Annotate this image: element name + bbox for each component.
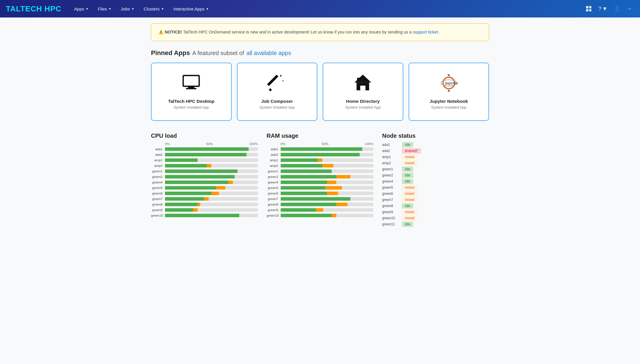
bar-row: green6 xyxy=(267,191,374,196)
bar-row: green6 xyxy=(151,191,258,196)
logout-button[interactable]: → xyxy=(624,4,634,14)
bar-label: amp1 xyxy=(151,158,165,162)
nav-item-files[interactable]: Files ▼ xyxy=(94,4,116,14)
grid-view-button[interactable] xyxy=(583,4,594,14)
bar-label: green5 xyxy=(267,186,281,190)
bar-green xyxy=(165,158,198,162)
bar-green xyxy=(165,164,207,167)
node-name-label: green8 xyxy=(382,204,399,208)
bar-track xyxy=(165,181,258,184)
bar-label: green2 xyxy=(267,175,281,179)
bar-row: green10 xyxy=(151,213,258,218)
bar-orange xyxy=(228,181,233,184)
bar-orange xyxy=(325,186,342,190)
help-icon: ? xyxy=(598,6,601,12)
bar-row: ada2 xyxy=(151,152,258,157)
user-button[interactable]: 👤 xyxy=(611,4,623,14)
bar-track xyxy=(281,214,374,217)
node-status-row: green8idle xyxy=(382,203,489,208)
bar-green xyxy=(281,181,327,184)
svg-rect-2 xyxy=(188,87,194,88)
svg-text:✦: ✦ xyxy=(279,74,282,78)
bar-track xyxy=(165,214,258,217)
pinned-apps-heading: Pinned Apps A featured subset of all ava… xyxy=(151,49,489,57)
bar-orange xyxy=(316,208,323,212)
node-name-label: green2 xyxy=(382,173,399,177)
node-status-badge: mixed xyxy=(402,185,417,190)
node-status-badge: mixed xyxy=(402,160,417,166)
node-status-badge: idle xyxy=(402,167,413,172)
node-status-block: Node status ada1idleada2drained*amp1mixe… xyxy=(382,132,489,228)
cpu-load-block: CPU load 0% 50% 100% ada1ada2amp1amp2gre… xyxy=(151,132,258,228)
all-apps-link[interactable]: all available apps xyxy=(247,50,291,56)
bar-label: green4 xyxy=(267,181,281,184)
cpu-scale-100: 100% xyxy=(249,142,258,146)
app-card-home-directory[interactable]: Home Directory System Installed App xyxy=(323,63,403,121)
node-status-badge: idle xyxy=(402,179,413,184)
nav-item-jobs[interactable]: Jobs ▼ xyxy=(117,4,138,14)
nav-item-interactive-apps[interactable]: Interactive Apps ▼ xyxy=(169,4,213,14)
svg-rect-1 xyxy=(184,76,198,86)
bar-label: ada2 xyxy=(151,153,165,156)
app-subtitle-job-composer: System Installed App xyxy=(259,105,295,109)
svg-text:✦: ✦ xyxy=(276,74,278,77)
jupyter-icon: jupyter xyxy=(438,71,459,95)
help-button[interactable]: ? ▼ xyxy=(596,4,610,14)
node-status-row: green1idle xyxy=(382,167,489,172)
bar-green xyxy=(165,214,239,217)
bar-row: green9 xyxy=(267,208,374,212)
svg-text:jupyter: jupyter xyxy=(444,81,458,86)
node-status-badge: mixed xyxy=(402,209,417,215)
bar-green xyxy=(165,203,198,206)
nav-clusters-caret: ▼ xyxy=(161,7,164,10)
node-status-row: green11idle xyxy=(382,222,489,227)
bar-green xyxy=(165,147,249,151)
bar-row: green9 xyxy=(151,208,258,212)
bar-row: green1 xyxy=(267,169,374,174)
node-name-label: green4 xyxy=(382,179,399,183)
nav-jobs-label: Jobs xyxy=(121,6,130,11)
bar-orange xyxy=(193,208,198,212)
nav-item-clusters[interactable]: Clusters ▼ xyxy=(140,4,168,14)
bar-label: green10 xyxy=(151,214,165,217)
cpu-load-title: CPU load xyxy=(151,132,258,139)
ram-scale-0: 0% xyxy=(281,142,286,146)
app-card-hpc-desktop[interactable]: TalTech HPC Desktop System Installed App xyxy=(151,63,232,121)
bar-green xyxy=(165,186,216,190)
bar-green xyxy=(165,169,238,173)
help-caret: ▼ xyxy=(602,6,607,12)
pinned-apps-grid: TalTech HPC Desktop System Installed App… xyxy=(151,63,489,121)
node-name-label: green6 xyxy=(382,192,399,196)
support-ticket-link[interactable]: support ticket xyxy=(413,30,438,34)
bar-label: green6 xyxy=(151,192,165,195)
bar-row: amp2 xyxy=(267,163,374,168)
bar-orange xyxy=(327,181,336,184)
cpu-scale-0: 0% xyxy=(165,142,170,146)
bar-orange xyxy=(336,203,347,206)
app-card-jupyter[interactable]: jupyter Jupyter Notebook System Installe… xyxy=(409,63,489,121)
bar-green xyxy=(281,175,336,179)
bar-label: green2 xyxy=(151,175,165,179)
svg-rect-12 xyxy=(360,86,365,90)
node-status-title: Node status xyxy=(382,132,489,139)
bar-row: green7 xyxy=(151,197,258,201)
bar-label: green5 xyxy=(151,186,165,190)
nav-item-apps[interactable]: Apps ▼ xyxy=(70,4,93,14)
bar-track xyxy=(281,164,374,167)
nav-menu: Apps ▼ Files ▼ Jobs ▼ Clusters ▼ Interac… xyxy=(70,4,583,14)
bar-row: amp1 xyxy=(151,158,258,162)
bar-row: green4 xyxy=(151,180,258,185)
bar-orange xyxy=(322,164,333,167)
bar-green xyxy=(281,153,360,156)
ram-usage-title: RAM usage xyxy=(267,132,374,139)
node-status-row: green9mixed xyxy=(382,209,489,215)
bar-orange xyxy=(216,186,225,190)
nav-files-caret: ▼ xyxy=(108,7,111,10)
bar-label: green7 xyxy=(267,197,281,201)
node-status-badge: mixed xyxy=(402,215,417,221)
bar-row: ada2 xyxy=(267,152,374,157)
bar-row: green10 xyxy=(267,213,374,218)
app-card-job-composer[interactable]: ✦ ✦ ✦ Job Composer System Installed App xyxy=(237,63,318,121)
node-status-badge: drained* xyxy=(402,148,421,153)
notice-text: TalTech HPC OnDemand service is new and … xyxy=(183,30,413,34)
